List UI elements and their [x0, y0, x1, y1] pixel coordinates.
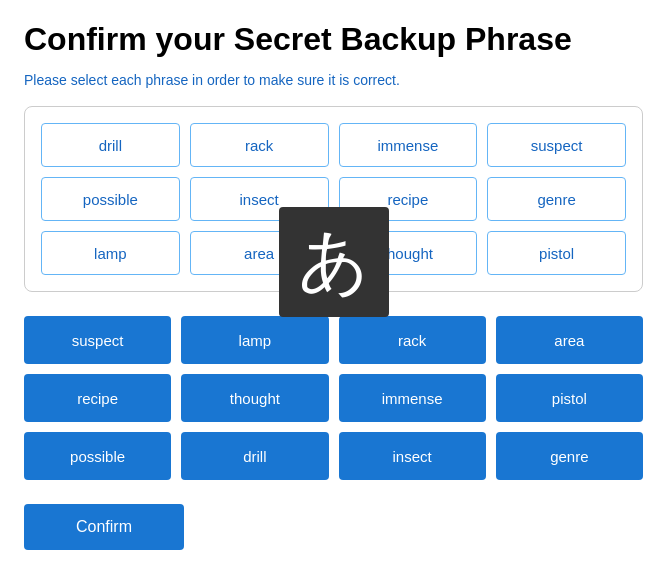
- grid-word-cell[interactable]: possible: [41, 177, 180, 221]
- bottom-word-button[interactable]: possible: [24, 432, 171, 480]
- bottom-word-button[interactable]: insect: [339, 432, 486, 480]
- bottom-word-button[interactable]: pistol: [496, 374, 643, 422]
- emoji-overlay: あ: [279, 207, 389, 317]
- bottom-word-button[interactable]: drill: [181, 432, 328, 480]
- bottom-word-button[interactable]: recipe: [24, 374, 171, 422]
- grid-word-cell[interactable]: suspect: [487, 123, 626, 167]
- subtitle-static: Please select each: [24, 72, 145, 88]
- grid-word-cell[interactable]: genre: [487, 177, 626, 221]
- bottom-word-button[interactable]: genre: [496, 432, 643, 480]
- subtitle-keyword: phrase: [145, 72, 188, 88]
- bottom-word-grid: suspectlamprackarearecipethoughtimmensep…: [24, 316, 643, 480]
- page-title: Confirm your Secret Backup Phrase: [24, 20, 643, 58]
- bottom-word-button[interactable]: lamp: [181, 316, 328, 364]
- grid-word-cell[interactable]: pistol: [487, 231, 626, 275]
- bottom-word-button[interactable]: area: [496, 316, 643, 364]
- bottom-word-button[interactable]: suspect: [24, 316, 171, 364]
- grid-word-cell[interactable]: rack: [190, 123, 329, 167]
- subtitle: Please select each phrase in order to ma…: [24, 72, 643, 88]
- word-grid-container: drillrackimmensesuspectpossibleinsectrec…: [24, 106, 643, 292]
- bottom-word-button[interactable]: thought: [181, 374, 328, 422]
- bottom-word-button[interactable]: rack: [339, 316, 486, 364]
- grid-word-cell[interactable]: drill: [41, 123, 180, 167]
- bottom-word-button[interactable]: immense: [339, 374, 486, 422]
- subtitle-rest: in order to make sure it is correct.: [188, 72, 400, 88]
- confirm-button[interactable]: Confirm: [24, 504, 184, 550]
- grid-word-cell[interactable]: lamp: [41, 231, 180, 275]
- grid-word-cell[interactable]: immense: [339, 123, 478, 167]
